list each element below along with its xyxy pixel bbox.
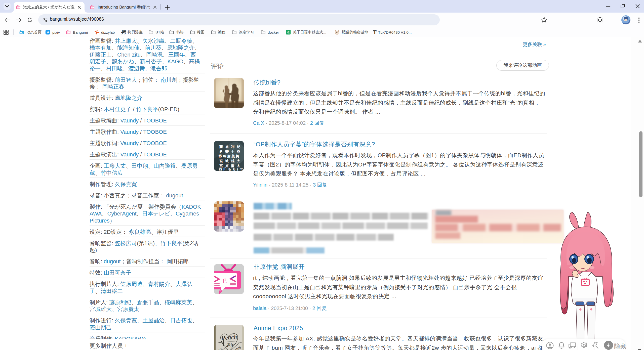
svg-text:倉兼千晶: 倉兼千晶	[219, 149, 243, 153]
svg-text:西田もも(ヤン: 西田もも(ヤン	[219, 167, 244, 171]
svg-text:道: 道	[287, 30, 290, 34]
svg-text:Pit: Pit	[227, 342, 234, 348]
svg-text:Peach: Peach	[221, 333, 237, 341]
svg-text:宮城雄大: 宮城雄大	[219, 159, 243, 163]
svg-text:藤原利紀: 藤原利紀	[219, 145, 243, 149]
svg-text:椛嶋麻菜美: 椛嶋麻菜美	[218, 154, 240, 158]
